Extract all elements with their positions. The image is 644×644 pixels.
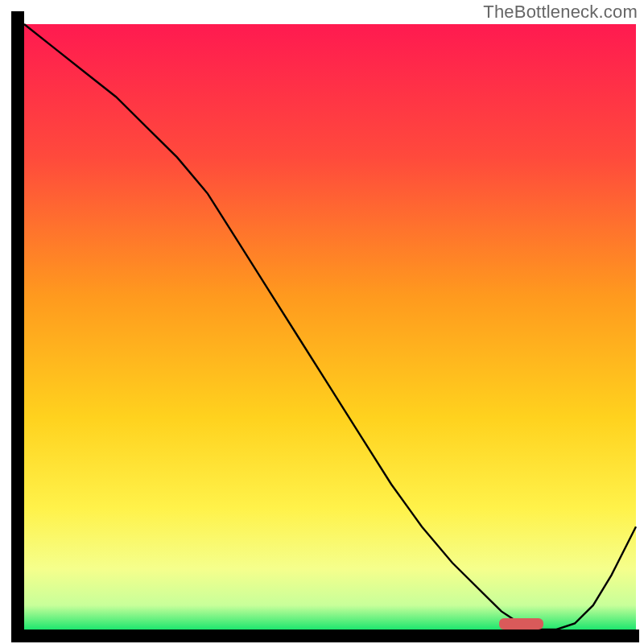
watermark-text: TheBottleneck.com xyxy=(483,2,638,23)
bottleneck-chart xyxy=(0,0,644,644)
optimal-marker xyxy=(499,618,543,630)
x-axis xyxy=(11,630,639,642)
y-axis xyxy=(11,11,24,639)
chart-container: TheBottleneck.com xyxy=(0,0,644,644)
gradient-background xyxy=(24,24,636,630)
